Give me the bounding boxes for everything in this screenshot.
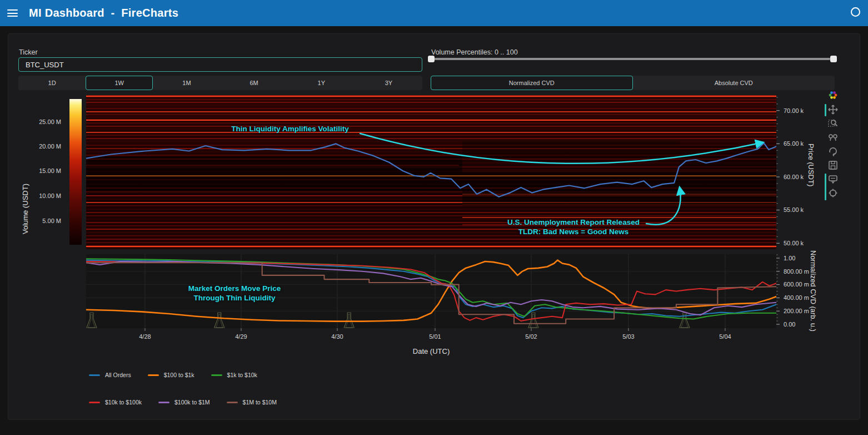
plot-modebar bbox=[827, 91, 839, 198]
volume-axis-tick: 5.00 M bbox=[42, 218, 61, 224]
cvd-axis-tick: 0.00 bbox=[784, 321, 795, 328]
volume-percentiles-handle-low[interactable] bbox=[428, 56, 435, 62]
price-heatmap-plot[interactable] bbox=[86, 95, 776, 249]
price-axis-title: Price (USDT) bbox=[807, 144, 815, 186]
date-axis-title: Date (UTC) bbox=[413, 347, 450, 355]
date-axis-tick: 5/02 bbox=[525, 333, 537, 340]
price-axis-tickmarks bbox=[776, 95, 781, 249]
volume-percentiles-slider[interactable] bbox=[431, 58, 834, 60]
download-icon[interactable] bbox=[827, 160, 839, 170]
range-button-1d[interactable]: 1D bbox=[18, 76, 86, 90]
legend-item--1k-to-10k[interactable]: $1k to $10k bbox=[211, 372, 257, 378]
autoscale-icon[interactable] bbox=[827, 146, 839, 156]
time-range-button-group: 1D1W1M6M1Y3Y bbox=[18, 76, 422, 90]
app-title: MI Dashboard - FireCharts bbox=[29, 7, 178, 19]
date-axis-tick: 5/03 bbox=[622, 333, 634, 340]
hamburger-icon bbox=[7, 9, 18, 17]
legend-item--100k-to-1m[interactable]: $100k to $1M bbox=[158, 399, 210, 406]
annotation-thin-liquidity: Thin Liquidity Amplifies Volatility bbox=[231, 124, 349, 134]
volume-axis-tick: 20.00 M bbox=[39, 143, 61, 150]
volume-axis-tick: 25.00 M bbox=[39, 118, 61, 125]
cvd-mode-button-group: Normalized CVDAbsolute CVD bbox=[431, 76, 835, 90]
date-axis-tick: 4/28 bbox=[139, 333, 151, 340]
range-button-1y[interactable]: 1Y bbox=[288, 76, 355, 90]
date-axis-tick: 4/29 bbox=[235, 333, 247, 340]
lasso-select-icon[interactable] bbox=[827, 132, 839, 142]
cvd-axis-tick: 400.00 m bbox=[784, 294, 809, 301]
price-axis-tick: 70.00 k bbox=[784, 107, 804, 114]
legend-label: $10k to $100k bbox=[105, 399, 142, 406]
date-axis-tickmarks bbox=[86, 328, 776, 332]
ticker-input[interactable] bbox=[18, 57, 422, 72]
status-circle-icon[interactable] bbox=[851, 7, 860, 17]
range-button-6m[interactable]: 6M bbox=[221, 76, 288, 90]
cvd-axis-tick: 200.00 m bbox=[784, 308, 809, 314]
cvd-axis-tick: 800.00 m bbox=[784, 268, 809, 275]
legend-line-swatch bbox=[158, 402, 169, 403]
legend-line-swatch bbox=[148, 374, 159, 376]
price-axis-tick: 55.00 k bbox=[784, 206, 804, 213]
legend-label: $1k to $10k bbox=[227, 372, 257, 378]
range-button-3y[interactable]: 3Y bbox=[355, 76, 422, 90]
volume-percentiles-label: Volume Percentiles: 0 .. 100 bbox=[431, 48, 518, 56]
volume-axis-tick: 10.00 M bbox=[39, 192, 61, 199]
legend-line-swatch bbox=[89, 402, 100, 403]
date-axis-tick: 5/01 bbox=[429, 333, 441, 340]
cvd-button-absolute-cvd[interactable]: Absolute CVD bbox=[633, 76, 835, 90]
legend-label: $100 to $1k bbox=[164, 372, 194, 378]
volume-colorbar bbox=[69, 99, 82, 245]
range-button-1w[interactable]: 1W bbox=[86, 76, 153, 90]
modebar-active-indicator bbox=[825, 174, 826, 200]
annotation-unemployment: U.S. Unemployment Report Released TLDR: … bbox=[507, 218, 640, 236]
volume-axis-tick: 15.00 M bbox=[39, 167, 61, 174]
legend-row: $10k to $100k$100k to $1M$1M to $10M bbox=[89, 399, 277, 406]
box-zoom-icon[interactable] bbox=[827, 118, 839, 128]
volume-axis-title: Volume (USDT) bbox=[21, 184, 29, 234]
annotation-market-orders: Market Orders Move Price Through Thin Li… bbox=[188, 284, 281, 303]
legend-item--10k-to-100k[interactable]: $10k to $100k bbox=[89, 399, 142, 406]
legend-line-swatch bbox=[89, 374, 100, 376]
spikeline-crosshair-icon[interactable] bbox=[827, 188, 839, 198]
cvd-axis-tickmarks bbox=[776, 254, 781, 328]
price-axis-tick: 65.00 k bbox=[784, 140, 804, 147]
legend-line-swatch bbox=[211, 374, 222, 376]
legend-item--100-to-1k[interactable]: $100 to $1k bbox=[148, 372, 194, 378]
pan-icon[interactable] bbox=[827, 105, 839, 115]
cvd-button-normalized-cvd[interactable]: Normalized CVD bbox=[431, 76, 633, 90]
legend-label: $100k to $1M bbox=[174, 399, 210, 406]
ticker-label: Ticker bbox=[19, 48, 38, 56]
legend-item--1m-to-10m[interactable]: $1M to $10M bbox=[227, 399, 277, 406]
range-button-1m[interactable]: 1M bbox=[153, 76, 220, 90]
cvd-axis-tick: 600.00 m bbox=[784, 281, 809, 288]
legend-label: All Orders bbox=[105, 372, 131, 378]
legend-line-swatch bbox=[227, 402, 238, 403]
plotly-logo-icon[interactable] bbox=[827, 91, 839, 101]
date-axis-tick: 4/30 bbox=[331, 333, 343, 340]
app-header: MI Dashboard - FireCharts bbox=[0, 0, 868, 26]
legend-row: All Orders$100 to $1k$1k to $10k bbox=[89, 372, 257, 378]
modebar-active-indicator bbox=[825, 104, 826, 116]
date-axis-tick: 5/04 bbox=[719, 333, 731, 340]
hover-tooltip-icon[interactable] bbox=[827, 174, 839, 184]
cvd-axis-tick: 1.00 bbox=[784, 255, 795, 261]
mi-dashboard-app: MI Dashboard - FireCharts Ticker Volume … bbox=[0, 0, 868, 435]
price-axis-tick: 60.00 k bbox=[784, 174, 804, 180]
menu-button[interactable] bbox=[0, 0, 24, 26]
volume-percentiles-handle-high[interactable] bbox=[830, 56, 837, 62]
cvd-axis-title: Normalized CVD (arb. u.) bbox=[809, 250, 817, 332]
legend-label: $1M to $10M bbox=[243, 399, 277, 406]
legend-item-all-orders[interactable]: All Orders bbox=[89, 372, 131, 378]
price-axis-tick: 50.00 k bbox=[784, 240, 804, 246]
